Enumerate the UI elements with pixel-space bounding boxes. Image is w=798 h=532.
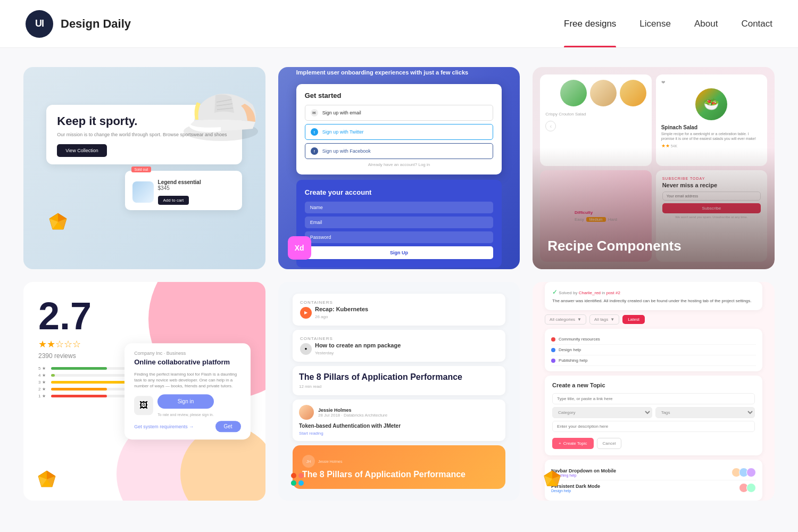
- topic-action-row: + Create Topic Cancel: [552, 438, 755, 449]
- extra-topics-card: Navbar Dropdown on Mobile Publishing hel…: [545, 460, 762, 501]
- topic-desc-input[interactable]: [552, 421, 755, 432]
- product-title: Online collaborative platform: [134, 358, 240, 366]
- svg-rect-17: [298, 473, 304, 478]
- author-avatar: [299, 405, 314, 420]
- card-auth[interactable]: Implement user onboarding experiences wi…: [278, 67, 520, 269]
- solved-user[interactable]: Charlie_red: [579, 290, 601, 295]
- recipe-label: Recipe Components: [547, 238, 681, 254]
- facebook-signup-button[interactable]: f Sign up with Facebook: [305, 143, 493, 159]
- highlight-avatar: JH: [302, 455, 315, 468]
- main-nav: Free designs License About Contact: [564, 0, 772, 47]
- create-topic-button[interactable]: + Create Topic: [552, 438, 593, 449]
- checkmark-icon: ✓: [552, 288, 558, 296]
- topic-item-2: Design help: [551, 345, 756, 355]
- figma-icon: [288, 470, 307, 491]
- article-2-time: Yesterday: [315, 351, 401, 355]
- sold-out-badge: Sold out: [131, 167, 152, 172]
- product-description: Finding the perfect learning tool for Fl…: [134, 371, 240, 389]
- card-grid: Keep it sporty. Our mission is to change…: [23, 67, 775, 501]
- nav-about[interactable]: About: [694, 0, 718, 47]
- get-started-card: Get started ✉ Sign up with email t Sign …: [296, 84, 502, 174]
- nav-contact[interactable]: Contact: [741, 0, 772, 47]
- password-input[interactable]: Password: [305, 231, 493, 243]
- email-signup-button[interactable]: ✉ Sign up with email: [305, 105, 493, 121]
- topic-title-input[interactable]: [552, 393, 755, 404]
- twitter-icon: t: [311, 128, 318, 136]
- get-started-title: Get started: [305, 92, 493, 99]
- email-icon: ✉: [311, 109, 318, 117]
- topic-item-3: Publishing help: [551, 355, 756, 366]
- xd-badge: Xd: [288, 236, 311, 260]
- signup-button[interactable]: Sign Up: [305, 246, 493, 259]
- topic-dot-3: [551, 359, 555, 363]
- get-button[interactable]: Get: [215, 421, 241, 432]
- avatar-3: [746, 468, 756, 477]
- view-collection-button[interactable]: View Collection: [57, 144, 106, 157]
- card-rating[interactable]: 2.7 ★★☆☆☆ 2390 reviews 5 ★ 4 ★ 3 ★ 2 ★ 1…: [23, 282, 265, 501]
- tags-select[interactable]: Tags: [655, 407, 755, 418]
- topic-list-card: Community resources Design help Publishi…: [545, 329, 762, 371]
- solved-post[interactable]: post #2: [606, 290, 620, 295]
- product-detail-card: Company Inc · Business Online collaborat…: [124, 343, 250, 440]
- author-card: Jessie Holmes 28 Jul 2018 · Databricks A…: [293, 400, 505, 441]
- cancel-button[interactable]: Cancel: [597, 438, 622, 449]
- onboarding-headline: Implement user onboarding experiences wi…: [296, 69, 502, 77]
- header: UI Design Daily Free designs License Abo…: [0, 0, 798, 48]
- system-requirements-link[interactable]: Get system requirements →: [134, 424, 194, 429]
- shoe-image: [178, 84, 263, 149]
- sketch-icon: [542, 469, 562, 491]
- card-blog[interactable]: CONTAINERS ▶ Recap: Kubernetes 26 ago CO…: [278, 282, 520, 501]
- article-2-icon: ●: [300, 343, 312, 355]
- sketch-icon: [47, 211, 69, 232]
- card-forum[interactable]: ✓ Solved by Charlie_red in post #2 The a…: [533, 282, 775, 501]
- category-select[interactable]: Category: [552, 407, 652, 418]
- email-input[interactable]: Email: [305, 217, 493, 228]
- filter-row: All categories▼ All tags▼ Latest: [545, 314, 762, 325]
- extra-topic-1: Navbar Dropdown on Mobile Publishing hel…: [551, 465, 756, 480]
- extra-topic-2: Persistent Dark Mode Design help: [551, 480, 756, 495]
- card-recipe[interactable]: Crispy Crouton Salad ‹ ❤: [533, 67, 775, 269]
- new-topic-title: Create a new Topic: [552, 382, 755, 388]
- add-to-cart-button[interactable]: Add to cart: [158, 196, 189, 205]
- create-topic-card: Create a new Topic Category Tags + Cre: [545, 376, 762, 455]
- topic-name-3: Publishing help: [559, 358, 587, 363]
- main-article-title: The 8 Pillars of Application Performance: [299, 372, 499, 382]
- blog-content: CONTAINERS ▶ Recap: Kubernetes 26 ago CO…: [293, 285, 505, 497]
- login-link[interactable]: Already have an account? Log in: [305, 162, 493, 167]
- logo-area: UI Design Daily: [26, 10, 131, 38]
- svg-point-20: [291, 480, 296, 486]
- twitter-signup-button[interactable]: t Sign up with Twitter: [305, 124, 493, 140]
- rating-inner: 2.7 ★★☆☆☆ 2390 reviews 5 ★ 4 ★ 3 ★ 2 ★ 1…: [23, 282, 265, 501]
- product-card-mini: Sold out Legend essential $345 Add to ca…: [125, 171, 243, 210]
- topic-dot-1: [551, 337, 555, 342]
- start-reading-link[interactable]: Start reading: [299, 431, 499, 436]
- sketch-icon: [36, 469, 57, 492]
- article-list: CONTAINERS ▶ Recap: Kubernetes 26 ago CO…: [293, 294, 505, 362]
- site-title: Design Daily: [61, 17, 131, 31]
- mini-product-price: $345: [158, 185, 201, 191]
- solved-text: The answer was identified. All indirectl…: [552, 298, 755, 304]
- logo-icon: UI: [26, 10, 53, 38]
- article-1-title: Recap: Kubernetes: [315, 306, 368, 312]
- card-shoes[interactable]: Keep it sporty. Our mission is to change…: [23, 67, 265, 269]
- read-time: 12 min read: [299, 384, 499, 389]
- action-row: 🖼 Sign in To rate and review, please sig…: [134, 394, 240, 417]
- svg-rect-19: [298, 480, 304, 486]
- product-card-main: Keep it sporty. Our mission is to change…: [46, 105, 242, 165]
- play-btn-1[interactable]: ▶: [300, 307, 312, 319]
- nav-license[interactable]: License: [639, 0, 671, 47]
- nav-free-designs[interactable]: Free designs: [564, 0, 616, 47]
- avatar-5: [746, 483, 756, 493]
- main-content: Keep it sporty. Our mission is to change…: [0, 48, 798, 520]
- tags-filter[interactable]: All tags▼: [589, 314, 619, 325]
- article-2-title: How to create an npm package: [315, 342, 401, 348]
- highlight-title: The 8 Pillars of Application Performance: [302, 470, 496, 479]
- topic-name-2: Design help: [559, 347, 581, 352]
- platform-label: Company Inc · Business: [134, 351, 240, 356]
- latest-button[interactable]: Latest: [622, 315, 645, 324]
- rating-score: 2.7: [38, 297, 251, 335]
- signin-button[interactable]: Sign in: [157, 394, 213, 409]
- name-input[interactable]: Name: [305, 202, 493, 213]
- category-filter[interactable]: All categories▼: [545, 314, 586, 325]
- main-article-card: The 8 Pillars of Application Performance…: [293, 366, 505, 395]
